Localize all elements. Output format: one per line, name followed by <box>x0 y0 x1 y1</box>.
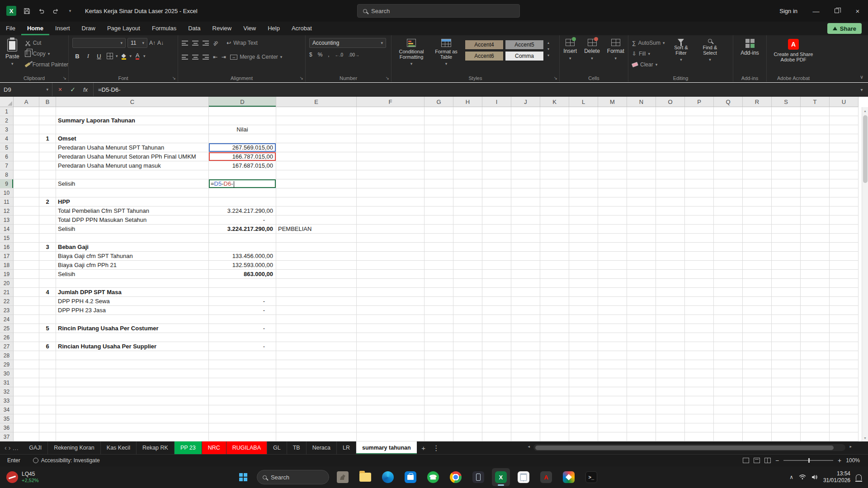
cell-I12[interactable] <box>482 206 511 216</box>
cell-Q16[interactable] <box>714 243 743 252</box>
tabs-next-icon[interactable]: › <box>9 444 11 451</box>
cell-C26[interactable] <box>56 333 209 342</box>
cell-T20[interactable] <box>801 279 830 288</box>
cell-D26[interactable] <box>209 333 276 342</box>
cell-M35[interactable] <box>598 414 627 423</box>
cell-E5[interactable] <box>276 143 357 152</box>
row-header-35[interactable]: 35 <box>0 414 14 423</box>
cell-L28[interactable] <box>569 351 598 360</box>
cell-O3[interactable] <box>656 125 685 134</box>
column-header-E[interactable]: E <box>276 97 357 107</box>
sheet-tab-tb[interactable]: TB <box>287 441 307 454</box>
sheet-tab-lr[interactable]: LR <box>337 441 356 454</box>
cell-Q1[interactable] <box>714 107 743 116</box>
cell-P14[interactable] <box>685 225 714 234</box>
dialog-launcher-icon[interactable]: ↘ <box>554 75 557 80</box>
column-header-T[interactable]: T <box>801 97 830 107</box>
cell-K14[interactable] <box>540 225 569 234</box>
cell-H1[interactable] <box>453 107 482 116</box>
cell-N35[interactable] <box>627 414 656 423</box>
cell-Q22[interactable] <box>714 297 743 306</box>
cell-J14[interactable] <box>511 225 540 234</box>
cell-M19[interactable] <box>598 270 627 279</box>
cell-O34[interactable] <box>656 405 685 414</box>
cell-J25[interactable] <box>511 324 540 333</box>
cell-L14[interactable] <box>569 225 598 234</box>
cell-Q37[interactable] <box>714 432 743 441</box>
cell-J18[interactable] <box>511 261 540 270</box>
taskbar-search[interactable]: Search <box>257 470 329 484</box>
cell-F25[interactable] <box>357 324 425 333</box>
cell-P33[interactable] <box>685 396 714 405</box>
row-header-3[interactable]: 3 <box>0 125 14 134</box>
cell-K12[interactable] <box>540 206 569 216</box>
cell-A12[interactable] <box>14 206 39 216</box>
cell-B30[interactable] <box>39 369 56 378</box>
cell-K23[interactable] <box>540 306 569 315</box>
cell-P2[interactable] <box>685 116 714 125</box>
cell-F23[interactable] <box>357 306 425 315</box>
cell-C34[interactable] <box>56 405 209 414</box>
cell-E25[interactable] <box>276 324 357 333</box>
cell-H24[interactable] <box>453 315 482 324</box>
cell-P20[interactable] <box>685 279 714 288</box>
cell-J20[interactable] <box>511 279 540 288</box>
enter-button[interactable]: ✓ <box>67 84 79 95</box>
cell-R25[interactable] <box>743 324 772 333</box>
cell-M20[interactable] <box>598 279 627 288</box>
cell-O36[interactable] <box>656 423 685 432</box>
cell-A22[interactable] <box>14 297 39 306</box>
cell-E15[interactable] <box>276 234 357 243</box>
cell-Q34[interactable] <box>714 405 743 414</box>
cell-J16[interactable] <box>511 243 540 252</box>
cell-D10[interactable] <box>209 188 276 197</box>
cell-M11[interactable] <box>598 197 627 206</box>
cell-L20[interactable] <box>569 279 598 288</box>
cell-Q10[interactable] <box>714 188 743 197</box>
cell-U26[interactable] <box>830 333 859 342</box>
cell-E4[interactable] <box>276 134 357 143</box>
cell-E22[interactable] <box>276 297 357 306</box>
row-header-14[interactable]: 14 <box>0 225 14 234</box>
format-painter-button[interactable]: Format Painter <box>25 60 68 70</box>
cell-H16[interactable] <box>453 243 482 252</box>
cell-G11[interactable] <box>425 197 453 206</box>
format-cells-button[interactable]: Format ▾ <box>605 38 626 74</box>
cell-M15[interactable] <box>598 234 627 243</box>
cell-P5[interactable] <box>685 143 714 152</box>
insert-function-button[interactable]: fx <box>80 84 91 95</box>
cell-F2[interactable] <box>357 116 425 125</box>
row-header-32[interactable]: 32 <box>0 387 14 396</box>
formula-input[interactable]: =D5-D6- <box>94 83 855 96</box>
cell-J31[interactable] <box>511 378 540 387</box>
cell-I23[interactable] <box>482 306 511 315</box>
cell-M6[interactable] <box>598 152 627 161</box>
row-header-30[interactable]: 30 <box>0 369 14 378</box>
addins-button[interactable]: Add-ins <box>739 38 761 74</box>
cell-Q8[interactable] <box>714 170 743 179</box>
row-header-2[interactable]: 2 <box>0 116 14 125</box>
cell-A24[interactable] <box>14 315 39 324</box>
cell-B8[interactable] <box>39 170 56 179</box>
cell-I30[interactable] <box>482 369 511 378</box>
cell-T26[interactable] <box>801 333 830 342</box>
cell-P13[interactable] <box>685 216 714 225</box>
row-header-28[interactable]: 28 <box>0 351 14 360</box>
cell-O20[interactable] <box>656 279 685 288</box>
cell-P21[interactable] <box>685 288 714 297</box>
cell-D31[interactable] <box>209 378 276 387</box>
cell-F17[interactable] <box>357 252 425 261</box>
cell-S24[interactable] <box>772 315 801 324</box>
cell-L15[interactable] <box>569 234 598 243</box>
font-name-select[interactable]: ▾ <box>72 38 126 48</box>
cell-U19[interactable] <box>830 270 859 279</box>
cell-T9[interactable] <box>801 179 830 188</box>
notepad[interactable] <box>514 468 533 486</box>
cell-L10[interactable] <box>569 188 598 197</box>
cell-T3[interactable] <box>801 125 830 134</box>
cell-Q13[interactable] <box>714 216 743 225</box>
cell-B29[interactable] <box>39 360 56 369</box>
cell-H18[interactable] <box>453 261 482 270</box>
cell-M25[interactable] <box>598 324 627 333</box>
cell-O1[interactable] <box>656 107 685 116</box>
